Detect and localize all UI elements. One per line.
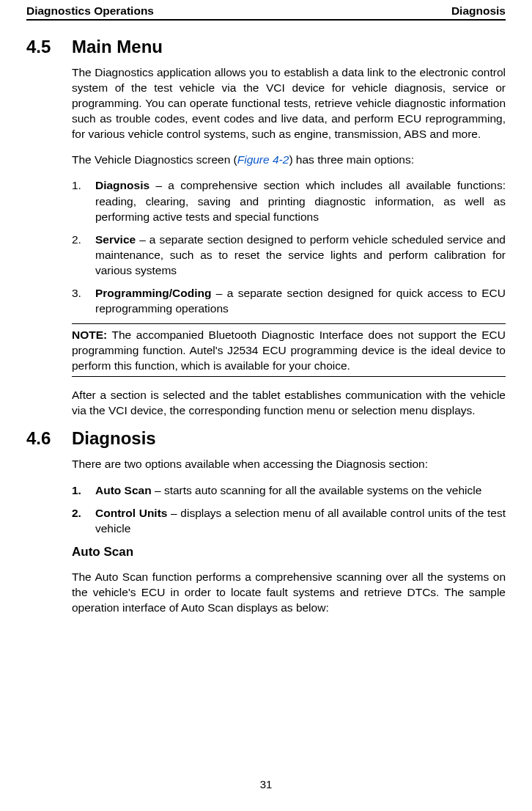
note-body: The accompanied Bluetooth Diagnostic Int… [72,329,506,372]
note-box: NOTE: The accompanied Bluetooth Diagnost… [72,323,506,377]
item-desc: – starts auto scanning for all the avail… [152,484,482,496]
page-header: Diagnostics Operations Diagnosis [26,4,506,21]
lead-paragraph: The Vehicle Diagnostics screen (Figure 4… [72,152,506,167]
heading-number: 4.5 [26,37,72,57]
header-right: Diagnosis [451,4,506,18]
header-left: Diagnostics Operations [26,4,154,18]
heading-4-5: 4.5 Main Menu [26,37,506,57]
note-label: NOTE: [72,329,107,341]
item-text: Control Units – displays a selection men… [95,505,506,536]
figure-reference[interactable]: Figure 4-2 [237,153,289,166]
list-item: 2. Service – a separate section designed… [72,232,506,278]
auto-scan-paragraph: The Auto Scan function performs a compre… [72,569,506,615]
item-term: Diagnosis [95,179,149,191]
item-term: Control Units [95,507,167,519]
item-term: Auto Scan [95,484,152,496]
subheading-auto-scan: Auto Scan [72,543,506,560]
lead-post: ) has three main options: [289,153,414,166]
after-paragraph: After a section is selected and the tabl… [72,387,506,418]
list-item: 1. Diagnosis – a comprehensive section w… [72,177,506,224]
page: Diagnostics Operations Diagnosis 4.5 Mai… [0,0,532,811]
list-item: 1. Auto Scan – starts auto scanning for … [72,482,506,498]
item-text: Service – a separate section designed to… [95,232,506,278]
list-item: 2. Control Units – displays a selection … [72,505,506,536]
item-term: Service [95,233,136,246]
heading-title: Diagnosis [72,428,156,449]
item-text: Programming/Coding – a separate section … [95,285,506,316]
intro-paragraph: The Diagnostics application allows you t… [72,65,506,142]
section-4-5-body: The Diagnostics application allows you t… [72,65,506,418]
item-number: 3. [72,285,95,316]
section-4-6-body: There are two options available when acc… [72,456,506,615]
diagnosis-options-list: 1. Auto Scan – starts auto scanning for … [72,482,506,536]
item-number: 1. [72,482,95,498]
item-term: Programming/Coding [95,287,211,299]
heading-title: Main Menu [72,37,163,57]
heading-number: 4.6 [26,428,72,449]
page-number: 31 [0,778,532,790]
item-desc: – a separate section designed to perform… [95,233,506,276]
item-text: Diagnosis – a comprehensive section whic… [95,177,506,224]
item-text: Auto Scan – starts auto scanning for all… [95,482,506,498]
item-number: 2. [72,232,95,278]
item-number: 1. [72,177,95,224]
page-content: 4.5 Main Menu The Diagnostics applicatio… [26,21,506,615]
heading-4-6: 4.6 Diagnosis [26,428,506,449]
intro-paragraph: There are two options available when acc… [72,456,506,471]
lead-pre: The Vehicle Diagnostics screen ( [72,153,237,166]
item-desc: – a comprehensive section which includes… [95,179,506,222]
main-menu-options-list: 1. Diagnosis – a comprehensive section w… [72,177,506,316]
list-item: 3. Programming/Coding – a separate secti… [72,285,506,316]
item-number: 2. [72,505,95,536]
